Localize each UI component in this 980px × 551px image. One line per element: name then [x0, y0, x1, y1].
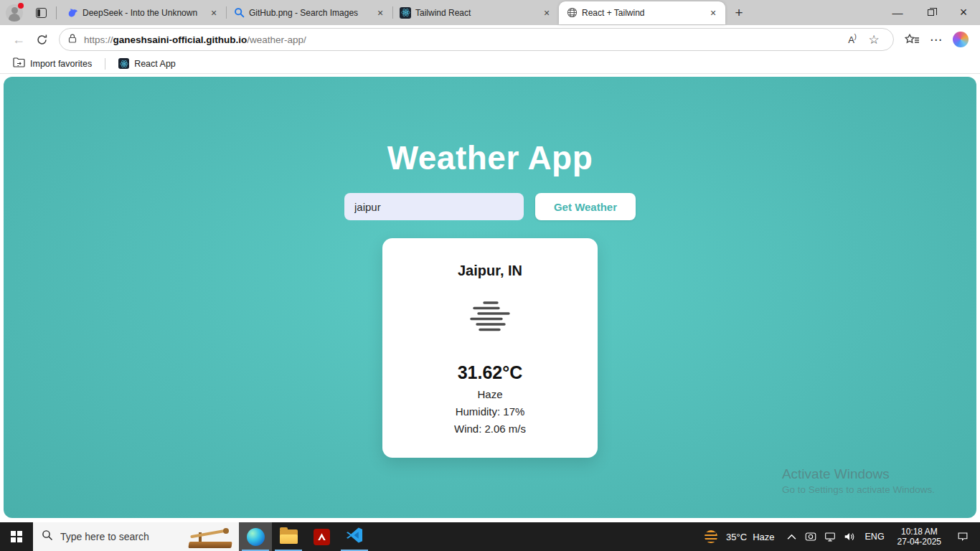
close-window-button[interactable]: × [947, 0, 980, 25]
taskbar-vscode-button[interactable] [338, 522, 371, 551]
read-aloud-icon: A [848, 34, 854, 45]
search-highlight-image[interactable] [187, 526, 235, 549]
meet-now-button[interactable] [801, 522, 821, 551]
bookmark-react-app[interactable]: React App [114, 57, 180, 70]
window-controls: — × [881, 0, 980, 25]
minimize-button[interactable]: — [881, 0, 914, 25]
action-center-button[interactable] [948, 530, 977, 543]
weather-card: Jaipur, IN 31.62°C Haze [382, 238, 598, 458]
taskbar-edge-button[interactable] [239, 522, 272, 551]
tab-deepseek[interactable]: DeepSeek - Into the Unknown × [60, 0, 226, 25]
watermark-line2: Go to Settings to activate Windows. [782, 484, 935, 495]
time-label: 10:18 AM [897, 527, 941, 537]
windows-logo-icon [11, 531, 22, 542]
copilot-button[interactable] [948, 28, 973, 51]
tab-search-button[interactable] [29, 0, 53, 25]
divider [105, 58, 105, 70]
action-center-icon [956, 530, 969, 543]
notification-dot [18, 3, 24, 9]
card-humidity: Humidity: 17% [397, 405, 583, 418]
tab-preview-icon [36, 8, 47, 18]
react-icon [400, 7, 411, 19]
file-explorer-icon [280, 529, 298, 544]
import-folder-icon [13, 57, 25, 70]
divider [56, 6, 57, 19]
clock[interactable]: 10:18 AM 27-04-2025 [890, 527, 948, 547]
import-favorites-button[interactable]: Import favorites [9, 56, 96, 71]
tab-search-images[interactable]: GitHub.png - Search Images × [226, 0, 392, 25]
card-location: Jaipur, IN [397, 263, 583, 279]
haze-icon [397, 301, 583, 334]
taskbar-weather-widget[interactable]: 35°C Haze [694, 528, 781, 545]
card-wind: Wind: 2.06 m/s [397, 423, 583, 435]
tab-title: DeepSeek - Into the Unknown [78, 8, 207, 18]
taskbar-search-input[interactable] [60, 531, 175, 542]
globe-icon [566, 7, 578, 19]
bookmark-label: React App [134, 59, 176, 69]
address-bar[interactable]: https://ganeshsaini-official.github.io/w… [59, 28, 894, 51]
get-weather-button[interactable]: Get Weather [535, 193, 636, 220]
favorites-list-icon [905, 34, 920, 45]
url-path: /weather-app/ [247, 34, 306, 45]
chevron-up-icon [787, 534, 796, 540]
city-input[interactable] [344, 193, 524, 220]
taskbar-acrobat-button[interactable] [305, 522, 338, 551]
activate-windows-watermark: Activate Windows Go to Settings to activ… [782, 466, 935, 495]
taskbar: 35°C Haze ENG 10:18 AM 27-04-2025 [0, 522, 980, 551]
restore-icon [928, 9, 934, 16]
card-temperature: 31.62°C [397, 362, 583, 383]
navigation-toolbar: ← https://ganeshsaini-official.github.io… [0, 25, 980, 54]
taskbar-file-explorer-button[interactable] [272, 522, 305, 551]
restore-button[interactable] [914, 0, 947, 25]
read-aloud-wave-icon: ) [854, 33, 857, 40]
copilot-icon [953, 32, 969, 47]
haze-sun-icon [702, 528, 720, 545]
date-label: 27-04-2025 [897, 537, 941, 547]
watermark-line1: Activate Windows [782, 466, 935, 482]
favorite-star-button[interactable]: ☆ [863, 32, 885, 47]
read-aloud-button[interactable]: A) [842, 34, 863, 45]
bookmark-label: Import favorites [30, 59, 92, 69]
refresh-button[interactable] [30, 28, 53, 51]
volume-icon [843, 530, 856, 543]
meet-now-icon [804, 530, 817, 543]
page-title: Weather App [4, 138, 976, 177]
deepseek-icon [67, 7, 78, 19]
vscode-icon [346, 527, 363, 547]
volume-button[interactable] [840, 522, 859, 551]
language-indicator[interactable]: ENG [859, 532, 890, 542]
settings-menu-button[interactable]: ⋯ [924, 28, 948, 51]
acrobat-icon [314, 529, 330, 545]
star-icon: ☆ [868, 32, 879, 47]
close-tab-icon[interactable]: × [540, 6, 553, 19]
favorites-bar-button[interactable] [900, 28, 924, 51]
close-tab-icon[interactable]: × [374, 6, 387, 19]
start-button[interactable] [0, 522, 33, 551]
react-icon [118, 58, 129, 69]
taskbar-search[interactable] [33, 522, 239, 551]
new-tab-button[interactable]: + [728, 2, 750, 24]
browser-window: DeepSeek - Into the Unknown × GitHub.png… [0, 0, 980, 551]
card-condition: Haze [397, 388, 583, 400]
url-scheme: https:// [84, 34, 113, 45]
network-button[interactable] [821, 522, 840, 551]
profile-button[interactable] [0, 0, 29, 25]
system-tray: 35°C Haze ENG 10:18 AM 27-04-2025 [694, 522, 980, 551]
page-viewport: Weather App Get Weather Jaipur, IN [0, 74, 980, 522]
search-row: Get Weather [4, 193, 976, 220]
bookmarks-bar: Import favorites React App [0, 54, 980, 74]
back-button[interactable]: ← [7, 28, 30, 51]
close-tab-icon[interactable]: × [707, 6, 720, 19]
edge-icon [247, 528, 265, 546]
tab-react-tailwind-active[interactable]: React + Tailwind × [559, 1, 725, 24]
image-search-icon [233, 7, 245, 19]
lock-icon [68, 33, 77, 47]
tray-weather-temp: 35°C [726, 532, 747, 542]
close-tab-icon[interactable]: × [207, 6, 220, 19]
weather-app-surface: Weather App Get Weather Jaipur, IN [4, 77, 976, 518]
refresh-icon [36, 34, 48, 46]
tab-tailwind-react[interactable]: Tailwind React × [392, 0, 559, 25]
search-icon [42, 529, 53, 544]
url-text: https://ganeshsaini-official.github.io/w… [84, 34, 842, 45]
show-hidden-icons-button[interactable] [782, 522, 801, 551]
